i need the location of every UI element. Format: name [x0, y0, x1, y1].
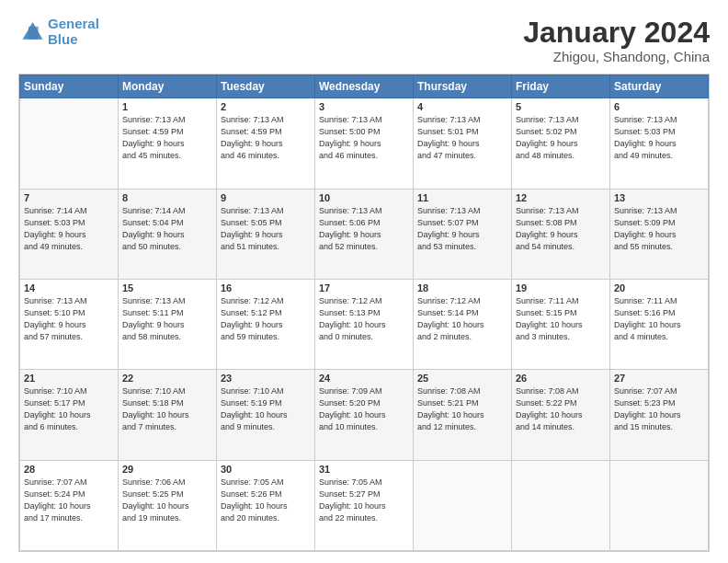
day-cell: 28Sunrise: 7:07 AM Sunset: 5:24 PM Dayli…: [20, 460, 119, 550]
logo-icon: [18, 19, 44, 45]
day-info: Sunrise: 7:13 AM Sunset: 5:05 PM Dayligh…: [221, 205, 311, 253]
day-cell: 30Sunrise: 7:05 AM Sunset: 5:26 PM Dayli…: [217, 460, 315, 550]
day-info: Sunrise: 7:12 AM Sunset: 5:14 PM Dayligh…: [417, 295, 507, 343]
calendar: SundayMondayTuesdayWednesdayThursdayFrid…: [18, 74, 710, 552]
day-number: 20: [614, 282, 704, 293]
day-info: Sunrise: 7:11 AM Sunset: 5:15 PM Dayligh…: [516, 295, 606, 343]
day-info: Sunrise: 7:12 AM Sunset: 5:12 PM Dayligh…: [221, 295, 311, 343]
header-cell-tuesday: Tuesday: [217, 75, 315, 98]
day-cell: 31Sunrise: 7:05 AM Sunset: 5:27 PM Dayli…: [315, 460, 414, 550]
day-cell: 26Sunrise: 7:08 AM Sunset: 5:22 PM Dayli…: [512, 370, 610, 460]
day-cell: 6Sunrise: 7:13 AM Sunset: 5:03 PM Daylig…: [610, 98, 709, 189]
day-info: Sunrise: 7:08 AM Sunset: 5:22 PM Dayligh…: [516, 385, 606, 433]
logo: General Blue: [18, 17, 99, 47]
header-cell-wednesday: Wednesday: [315, 75, 414, 98]
day-info: Sunrise: 7:13 AM Sunset: 5:00 PM Dayligh…: [319, 114, 409, 162]
day-number: 19: [516, 282, 606, 293]
day-info: Sunrise: 7:07 AM Sunset: 5:23 PM Dayligh…: [614, 385, 704, 433]
day-info: Sunrise: 7:07 AM Sunset: 5:24 PM Dayligh…: [24, 477, 114, 524]
day-info: Sunrise: 7:13 AM Sunset: 5:07 PM Dayligh…: [417, 205, 507, 253]
calendar-header: SundayMondayTuesdayWednesdayThursdayFrid…: [20, 75, 709, 98]
day-number: 16: [221, 282, 311, 293]
day-info: Sunrise: 7:13 AM Sunset: 5:10 PM Dayligh…: [24, 295, 114, 343]
day-number: 29: [122, 464, 212, 475]
day-cell: 15Sunrise: 7:13 AM Sunset: 5:11 PM Dayli…: [119, 279, 217, 369]
day-number: 9: [221, 192, 311, 203]
header: General Blue January 2024 Zhigou, Shando…: [18, 17, 710, 64]
week-row-4: 21Sunrise: 7:10 AM Sunset: 5:17 PM Dayli…: [20, 370, 709, 460]
svg-marker-1: [28, 26, 39, 39]
day-number: 10: [319, 192, 409, 203]
day-info: Sunrise: 7:13 AM Sunset: 5:08 PM Dayligh…: [516, 205, 606, 253]
day-number: 26: [516, 373, 606, 384]
logo-line2: Blue: [48, 31, 78, 47]
day-cell: 19Sunrise: 7:11 AM Sunset: 5:15 PM Dayli…: [512, 279, 610, 369]
day-number: 30: [221, 464, 311, 475]
day-number: 11: [417, 192, 507, 203]
week-row-5: 28Sunrise: 7:07 AM Sunset: 5:24 PM Dayli…: [20, 460, 709, 550]
day-info: Sunrise: 7:13 AM Sunset: 4:59 PM Dayligh…: [122, 114, 212, 162]
main-title: January 2024: [523, 17, 710, 49]
day-cell: 21Sunrise: 7:10 AM Sunset: 5:17 PM Dayli…: [20, 370, 119, 460]
day-info: Sunrise: 7:14 AM Sunset: 5:04 PM Dayligh…: [122, 205, 212, 253]
calendar-body: 1Sunrise: 7:13 AM Sunset: 4:59 PM Daylig…: [20, 98, 709, 551]
day-number: 25: [417, 373, 507, 384]
day-cell: 16Sunrise: 7:12 AM Sunset: 5:12 PM Dayli…: [217, 279, 315, 369]
logo-text: General Blue: [48, 17, 99, 47]
calendar-table: SundayMondayTuesdayWednesdayThursdayFrid…: [19, 75, 709, 551]
day-number: 21: [24, 373, 114, 384]
header-cell-saturday: Saturday: [610, 75, 709, 98]
day-cell: 3Sunrise: 7:13 AM Sunset: 5:00 PM Daylig…: [315, 98, 414, 189]
day-cell: 7Sunrise: 7:14 AM Sunset: 5:03 PM Daylig…: [20, 189, 119, 279]
header-row: SundayMondayTuesdayWednesdayThursdayFrid…: [20, 75, 709, 98]
day-number: 5: [516, 101, 606, 112]
day-number: 18: [417, 282, 507, 293]
day-number: 28: [24, 464, 114, 475]
day-cell: 12Sunrise: 7:13 AM Sunset: 5:08 PM Dayli…: [512, 189, 610, 279]
day-number: 6: [614, 101, 704, 112]
day-info: Sunrise: 7:13 AM Sunset: 5:03 PM Dayligh…: [614, 114, 704, 162]
day-cell: 20Sunrise: 7:11 AM Sunset: 5:16 PM Dayli…: [610, 279, 709, 369]
day-info: Sunrise: 7:08 AM Sunset: 5:21 PM Dayligh…: [417, 385, 507, 433]
day-info: Sunrise: 7:14 AM Sunset: 5:03 PM Dayligh…: [24, 205, 114, 253]
day-number: 23: [221, 373, 311, 384]
day-info: Sunrise: 7:12 AM Sunset: 5:13 PM Dayligh…: [319, 295, 409, 343]
subtitle: Zhigou, Shandong, China: [523, 49, 710, 64]
day-cell: 5Sunrise: 7:13 AM Sunset: 5:02 PM Daylig…: [512, 98, 610, 189]
week-row-2: 7Sunrise: 7:14 AM Sunset: 5:03 PM Daylig…: [20, 189, 709, 279]
day-number: 15: [122, 282, 212, 293]
day-cell: [20, 98, 119, 189]
day-cell: 29Sunrise: 7:06 AM Sunset: 5:25 PM Dayli…: [119, 460, 217, 550]
week-row-3: 14Sunrise: 7:13 AM Sunset: 5:10 PM Dayli…: [20, 279, 709, 369]
day-info: Sunrise: 7:13 AM Sunset: 5:06 PM Dayligh…: [319, 205, 409, 253]
day-info: Sunrise: 7:13 AM Sunset: 5:02 PM Dayligh…: [516, 114, 606, 162]
day-info: Sunrise: 7:13 AM Sunset: 4:59 PM Dayligh…: [221, 114, 311, 162]
day-cell: 14Sunrise: 7:13 AM Sunset: 5:10 PM Dayli…: [20, 279, 119, 369]
week-row-1: 1Sunrise: 7:13 AM Sunset: 4:59 PM Daylig…: [20, 98, 709, 189]
day-cell: 25Sunrise: 7:08 AM Sunset: 5:21 PM Dayli…: [414, 370, 512, 460]
day-number: 17: [319, 282, 409, 293]
day-info: Sunrise: 7:13 AM Sunset: 5:09 PM Dayligh…: [614, 205, 704, 253]
header-cell-thursday: Thursday: [414, 75, 512, 98]
day-cell: 13Sunrise: 7:13 AM Sunset: 5:09 PM Dayli…: [610, 189, 709, 279]
day-info: Sunrise: 7:11 AM Sunset: 5:16 PM Dayligh…: [614, 295, 704, 343]
page: General Blue January 2024 Zhigou, Shando…: [0, 0, 728, 563]
day-number: 31: [319, 464, 409, 475]
day-number: 24: [319, 373, 409, 384]
title-block: January 2024 Zhigou, Shandong, China: [523, 17, 710, 64]
day-cell: 8Sunrise: 7:14 AM Sunset: 5:04 PM Daylig…: [119, 189, 217, 279]
day-number: 22: [122, 373, 212, 384]
day-cell: 10Sunrise: 7:13 AM Sunset: 5:06 PM Dayli…: [315, 189, 414, 279]
day-cell: 9Sunrise: 7:13 AM Sunset: 5:05 PM Daylig…: [217, 189, 315, 279]
day-cell: 27Sunrise: 7:07 AM Sunset: 5:23 PM Dayli…: [610, 370, 709, 460]
day-cell: [610, 460, 709, 550]
header-cell-monday: Monday: [119, 75, 217, 98]
day-info: Sunrise: 7:13 AM Sunset: 5:11 PM Dayligh…: [122, 295, 212, 343]
day-number: 2: [221, 101, 311, 112]
day-number: 13: [614, 192, 704, 203]
day-cell: [414, 460, 512, 550]
day-cell: 11Sunrise: 7:13 AM Sunset: 5:07 PM Dayli…: [414, 189, 512, 279]
day-info: Sunrise: 7:09 AM Sunset: 5:20 PM Dayligh…: [319, 385, 409, 433]
day-number: 14: [24, 282, 114, 293]
day-number: 8: [122, 192, 212, 203]
